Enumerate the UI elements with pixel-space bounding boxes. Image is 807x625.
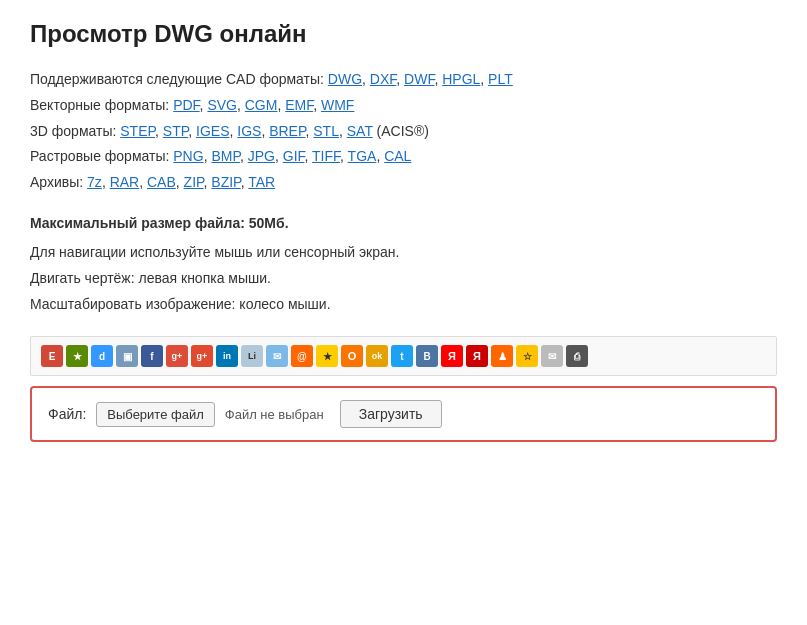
social-ok-icon[interactable]: О <box>341 345 363 367</box>
vector-formats-line: Векторные форматы: PDF, SVG, CGM, EMF, W… <box>30 94 777 118</box>
raster-formats-line: Растровые форматы: PNG, BMP, JPG, GIF, T… <box>30 145 777 169</box>
social-linkedin-icon[interactable]: in <box>216 345 238 367</box>
fmt-tga[interactable]: TGA <box>348 148 377 164</box>
fmt-cgm[interactable]: CGM <box>245 97 278 113</box>
nav-info-section: Для навигации используйте мышь или сенсо… <box>30 241 777 316</box>
threed-formats-line: 3D форматы: STEP, STP, IGES, IGS, BREP, … <box>30 120 777 144</box>
no-file-text: Файл не выбран <box>225 407 324 422</box>
social-vk-icon[interactable]: В <box>416 345 438 367</box>
fmt-brep[interactable]: BREP <box>269 123 305 139</box>
social-googleplus-icon[interactable]: g+ <box>166 345 188 367</box>
cad-formats-label: Поддерживаются следующие CAD форматы: <box>30 71 324 87</box>
social-star-icon[interactable]: ★ <box>316 345 338 367</box>
archive-label: Архивы: <box>30 174 83 190</box>
fmt-dwf[interactable]: DWF <box>404 71 434 87</box>
social-googleplus2-icon[interactable]: g+ <box>191 345 213 367</box>
social-ya-icon[interactable]: Я <box>441 345 463 367</box>
social-twitter-icon[interactable]: t <box>391 345 413 367</box>
upload-button[interactable]: Загрузить <box>340 400 442 428</box>
fmt-bzip[interactable]: BZIP <box>211 174 240 190</box>
fmt-pdf[interactable]: PDF <box>173 97 199 113</box>
social-bar: E ★ d ▣ f g+ g+ in Li ✉ @ ★ О ok t В Я Я… <box>30 336 777 376</box>
fmt-tar[interactable]: TAR <box>248 174 275 190</box>
social-favorites-icon[interactable]: ☆ <box>516 345 538 367</box>
fmt-tiff[interactable]: TIFF <box>312 148 340 164</box>
file-upload-box: Файл: Выберите файл Файл не выбран Загру… <box>30 386 777 442</box>
fmt-wmf[interactable]: WMF <box>321 97 354 113</box>
fmt-cal[interactable]: CAL <box>384 148 411 164</box>
nav-info-line1: Для навигации используйте мышь или сенсо… <box>30 241 777 265</box>
social-share-icon[interactable]: ▣ <box>116 345 138 367</box>
choose-file-button[interactable]: Выберите файл <box>96 402 214 427</box>
social-email-icon[interactable]: E <box>41 345 63 367</box>
fmt-dwg[interactable]: DWG <box>328 71 362 87</box>
vector-label: Векторные форматы: <box>30 97 169 113</box>
max-size-text: Максимальный размер файла: 50Мб. <box>30 215 777 231</box>
fmt-step[interactable]: STEP <box>120 123 155 139</box>
social-mail-icon[interactable]: ✉ <box>266 345 288 367</box>
fmt-svg[interactable]: SVG <box>207 97 237 113</box>
threed-label: 3D форматы: <box>30 123 116 139</box>
fmt-bmp[interactable]: BMP <box>211 148 240 164</box>
social-yandex-icon[interactable]: Я <box>466 345 488 367</box>
social-runner-icon[interactable]: ♟ <box>491 345 513 367</box>
fmt-cab[interactable]: CAB <box>147 174 176 190</box>
social-at-icon[interactable]: @ <box>291 345 313 367</box>
social-delicious-icon[interactable]: d <box>91 345 113 367</box>
fmt-emf[interactable]: EMF <box>285 97 313 113</box>
formats-section: Поддерживаются следующие CAD форматы: DW… <box>30 68 777 195</box>
social-ok2-icon[interactable]: ok <box>366 345 388 367</box>
social-printer-icon[interactable]: ⎙ <box>566 345 588 367</box>
fmt-png[interactable]: PNG <box>173 148 203 164</box>
nav-info-line3: Масштабировать изображение: колесо мыши. <box>30 293 777 317</box>
social-envelope-icon[interactable]: ✉ <box>541 345 563 367</box>
fmt-plt[interactable]: PLT <box>488 71 513 87</box>
fmt-dxf[interactable]: DXF <box>370 71 396 87</box>
social-facebook-icon[interactable]: f <box>141 345 163 367</box>
nav-info-line2: Двигать чертёж: левая кнопка мыши. <box>30 267 777 291</box>
social-bookmark-icon[interactable]: ★ <box>66 345 88 367</box>
file-label: Файл: <box>48 406 86 422</box>
cad-formats-line: Поддерживаются следующие CAD форматы: DW… <box>30 68 777 92</box>
fmt-7z[interactable]: 7z <box>87 174 102 190</box>
social-li-icon[interactable]: Li <box>241 345 263 367</box>
fmt-zip[interactable]: ZIP <box>184 174 204 190</box>
fmt-igs[interactable]: IGS <box>237 123 261 139</box>
fmt-gif[interactable]: GIF <box>283 148 305 164</box>
threed-suffix: (ACIS®) <box>377 123 429 139</box>
fmt-jpg[interactable]: JPG <box>248 148 275 164</box>
fmt-stp[interactable]: STP <box>163 123 188 139</box>
raster-label: Растровые форматы: <box>30 148 169 164</box>
page-title: Просмотр DWG онлайн <box>30 20 777 48</box>
archive-formats-line: Архивы: 7z, RAR, CAB, ZIP, BZIP, TAR <box>30 171 777 195</box>
fmt-stl[interactable]: STL <box>313 123 339 139</box>
fmt-hpgl[interactable]: HPGL <box>442 71 480 87</box>
fmt-sat[interactable]: SAT <box>347 123 373 139</box>
fmt-rar[interactable]: RAR <box>110 174 140 190</box>
fmt-iges[interactable]: IGES <box>196 123 229 139</box>
